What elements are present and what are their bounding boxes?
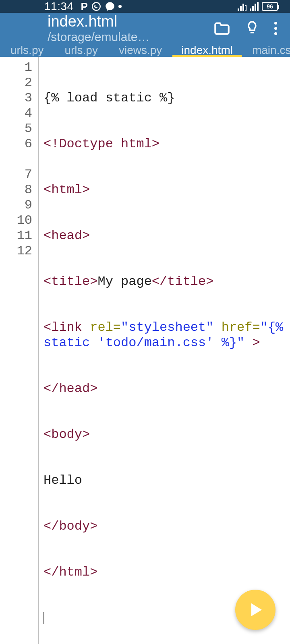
- whatsapp-icon: [91, 1, 102, 12]
- status-bar: 11:34 P 96: [0, 0, 290, 13]
- tab-views[interactable]: views.py: [108, 44, 172, 57]
- tab-label: urls.py: [64, 44, 97, 57]
- svg-point-0: [92, 2, 100, 10]
- more-button[interactable]: [274, 22, 277, 35]
- signal-icon: [250, 2, 259, 11]
- menu-button[interactable]: [14, 23, 32, 35]
- folder-button[interactable]: [214, 22, 230, 35]
- tab-urls-2[interactable]: urls.py: [54, 44, 108, 57]
- tabs: urls.py urls.py views.py index.html main…: [0, 44, 290, 57]
- status-time: 11:34: [44, 0, 74, 13]
- app-bar: index.html /storage/emulate…: [0, 13, 290, 44]
- line-gutter: 1 2 3 4 5 6 7 8 9 10 11 12: [0, 57, 39, 644]
- tab-label: index.html: [181, 44, 233, 57]
- notification-dot-icon: [118, 5, 122, 8]
- tab-main-css[interactable]: main.css: [242, 44, 290, 57]
- code-content[interactable]: {% load static %} <!Doctype html> <html>…: [39, 57, 290, 644]
- run-button[interactable]: [235, 590, 276, 630]
- tab-label: main.css: [252, 44, 290, 57]
- messenger-icon: [105, 1, 115, 12]
- tab-urls-1[interactable]: urls.py: [0, 44, 54, 57]
- lightbulb-button[interactable]: [246, 21, 258, 37]
- code-editor[interactable]: 1 2 3 4 5 6 7 8 9 10 11 12 {% load stati…: [0, 57, 290, 644]
- tab-label: urls.py: [10, 44, 44, 57]
- tab-index[interactable]: index.html: [172, 44, 242, 57]
- text-cursor: [44, 612, 44, 624]
- p-icon: P: [81, 0, 88, 13]
- tab-label: views.py: [119, 44, 162, 57]
- page-subtitle: /storage/emulate…: [48, 30, 156, 44]
- battery-level: 96: [267, 3, 273, 10]
- signal-icon: [238, 2, 246, 11]
- play-icon: [251, 603, 262, 616]
- page-title: index.html: [48, 13, 214, 30]
- battery-icon: 96: [262, 2, 278, 11]
